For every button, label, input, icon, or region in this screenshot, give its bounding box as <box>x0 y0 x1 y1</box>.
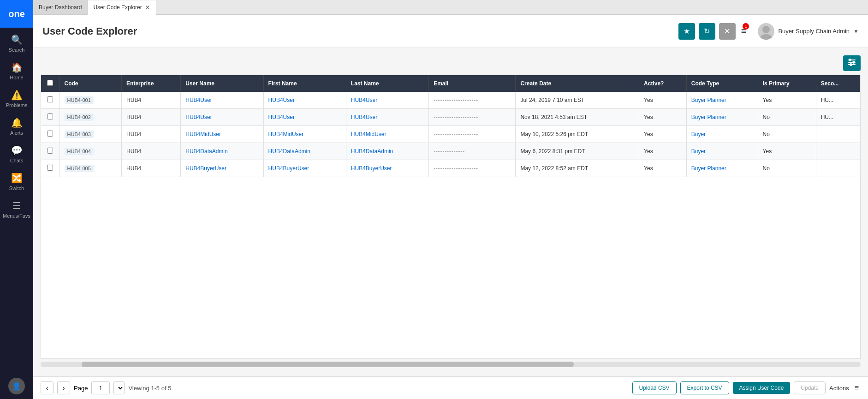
row-checkbox[interactable] <box>41 160 59 177</box>
sidebar-label-search: Search <box>9 47 25 53</box>
codetype-cell[interactable]: Buyer <box>686 126 758 143</box>
sidebar-label-problems: Problems <box>6 102 27 108</box>
sidebar-item-search[interactable]: 🔍 Search <box>0 30 33 57</box>
sidebar-item-alerts[interactable]: 🔔 Alerts <box>0 113 33 140</box>
active-cell: Yes <box>639 126 687 143</box>
row-checkbox-2[interactable] <box>47 131 53 137</box>
sidebar-user-avatar[interactable]: 👤 <box>8 378 25 394</box>
sidebar-item-menus[interactable]: ☰ Menus/Favs <box>0 196 33 223</box>
codetype-cell[interactable]: Buyer Planner <box>686 109 758 126</box>
page-size-dropdown[interactable]: ▼ <box>113 381 125 394</box>
next-page-button[interactable]: › <box>57 381 70 394</box>
row-checkbox[interactable] <box>41 92 59 109</box>
svg-point-5 <box>849 59 851 61</box>
createdate-cell: May 12, 2022 8:52 am EDT <box>516 160 639 177</box>
sidebar-label-switch: Switch <box>9 185 24 191</box>
col-header-createdate[interactable]: Create Date <box>516 75 639 92</box>
sidebar-item-home[interactable]: 🏠 Home <box>0 57 33 85</box>
email-cell: •••••••••••••••••••• <box>429 160 516 177</box>
table-row: HUB4-001HUB4HUB4UserHUB4UserHUB4User••••… <box>41 92 860 109</box>
select-all-checkbox[interactable] <box>47 80 53 86</box>
lastname-cell[interactable]: HUB4User <box>346 109 428 126</box>
page-label: Page <box>74 385 88 392</box>
col-header-email[interactable]: Email <box>429 75 516 92</box>
row-checkbox-0[interactable] <box>47 96 53 102</box>
lastname-cell[interactable]: HUB4BuyerUser <box>346 160 428 177</box>
sidebar-label-home: Home <box>10 75 23 80</box>
col-header-username[interactable]: User Name <box>181 75 263 92</box>
lastname-cell[interactable]: HUB4DataAdmin <box>346 143 428 160</box>
row-checkbox-1[interactable] <box>47 113 53 119</box>
username-cell[interactable]: HUB4User <box>181 109 263 126</box>
enterprise-cell: HUB4 <box>122 92 181 109</box>
user-dropdown-arrow[interactable]: ▼ <box>853 28 859 35</box>
col-header-codetype[interactable]: Code Type <box>686 75 758 92</box>
table-body: HUB4-001HUB4HUB4UserHUB4UserHUB4User••••… <box>41 92 860 177</box>
close-button[interactable]: ✕ <box>719 23 736 40</box>
enterprise-cell: HUB4 <box>122 160 181 177</box>
code-value: HUB4-001 <box>65 96 94 104</box>
firstname-cell[interactable]: HUB4MidUser <box>263 126 346 143</box>
tab-user-code-explorer[interactable]: User Code Explorer ✕ <box>88 0 156 15</box>
username-cell[interactable]: HUB4DataAdmin <box>181 143 263 160</box>
code-cell: HUB4-005 <box>59 160 122 177</box>
col-header-code[interactable]: Code <box>59 75 122 92</box>
favorite-button[interactable]: ★ <box>678 23 695 40</box>
firstname-cell[interactable]: HUB4DataAdmin <box>263 143 346 160</box>
prev-page-button[interactable]: ‹ <box>41 381 54 394</box>
table-row: HUB4-004HUB4HUB4DataAdminHUB4DataAdminHU… <box>41 143 860 160</box>
page-number-input[interactable] <box>91 381 110 394</box>
tab-bar: Buyer Dashboard User Code Explorer ✕ <box>33 0 868 15</box>
code-cell: HUB4-004 <box>59 143 122 160</box>
col-header-enterprise[interactable]: Enterprise <box>122 75 181 92</box>
sidebar-item-chats[interactable]: 💬 Chats <box>0 140 33 168</box>
codetype-cell[interactable]: Buyer Planner <box>686 160 758 177</box>
row-checkbox[interactable] <box>41 143 59 160</box>
sidebar-item-problems[interactable]: ⚠️ Problems <box>0 85 33 113</box>
col-header-firstname[interactable]: First Name <box>263 75 346 92</box>
col-header-secondary[interactable]: Seco... <box>816 75 860 92</box>
update-button[interactable]: Update <box>794 381 826 394</box>
assign-user-code-button[interactable]: Assign User Code <box>733 382 791 394</box>
col-header-active[interactable]: Active? <box>639 75 687 92</box>
data-table-container: Code Enterprise User Name First Name Las… <box>41 75 861 359</box>
actions-menu-button[interactable]: ≡ <box>853 383 861 393</box>
tab-user-code-explorer-label: User Code Explorer <box>93 4 142 11</box>
lastname-cell[interactable]: HUB4User <box>346 92 428 109</box>
codetype-cell[interactable]: Buyer <box>686 143 758 160</box>
col-header-lastname[interactable]: Last Name <box>346 75 428 92</box>
username-cell[interactable]: HUB4MidUser <box>181 126 263 143</box>
refresh-button[interactable]: ↻ <box>699 23 715 40</box>
filter-button[interactable] <box>843 55 861 71</box>
tab-buyer-dashboard-label: Buyer Dashboard <box>39 4 82 11</box>
lastname-cell[interactable]: HUB4MidUser <box>346 126 428 143</box>
username-cell[interactable]: HUB4BuyerUser <box>181 160 263 177</box>
sidebar-label-menus: Menus/Favs <box>3 213 30 219</box>
row-checkbox[interactable] <box>41 126 59 143</box>
chats-icon: 💬 <box>11 145 23 156</box>
codetype-cell[interactable]: Buyer Planner <box>686 92 758 109</box>
username-cell[interactable]: HUB4User <box>181 92 263 109</box>
row-checkbox-4[interactable] <box>47 165 53 171</box>
createdate-cell: May 6, 2022 8:31 pm EDT <box>516 143 639 160</box>
table-row: HUB4-002HUB4HUB4UserHUB4UserHUB4User••••… <box>41 109 860 126</box>
row-checkbox[interactable] <box>41 109 59 126</box>
export-csv-button[interactable]: Export to CSV <box>680 381 729 394</box>
app-logo[interactable]: one <box>0 0 33 28</box>
horizontal-scrollbar[interactable] <box>41 362 861 367</box>
email-cell: •••••••••••••••••••• <box>429 126 516 143</box>
tab-close-icon[interactable]: ✕ <box>145 4 150 11</box>
firstname-cell[interactable]: HUB4User <box>263 109 346 126</box>
sidebar: one 🔍 Search 🏠 Home ⚠️ Problems 🔔 Alerts… <box>0 0 33 399</box>
sidebar-label-chats: Chats <box>10 158 24 163</box>
firstname-cell[interactable]: HUB4User <box>263 92 346 109</box>
tab-buyer-dashboard[interactable]: Buyer Dashboard <box>33 0 88 14</box>
upload-csv-button[interactable]: Upload CSV <box>632 381 677 394</box>
firstname-cell[interactable]: HUB4BuyerUser <box>263 160 346 177</box>
data-table: Code Enterprise User Name First Name Las… <box>41 75 860 177</box>
table-row: HUB4-005HUB4HUB4BuyerUserHUB4BuyerUserHU… <box>41 160 860 177</box>
col-header-isprimary[interactable]: Is Primary <box>758 75 816 92</box>
sidebar-item-switch[interactable]: 🔀 Switch <box>0 168 33 196</box>
secondary-cell <box>816 160 860 177</box>
row-checkbox-3[interactable] <box>47 148 53 154</box>
